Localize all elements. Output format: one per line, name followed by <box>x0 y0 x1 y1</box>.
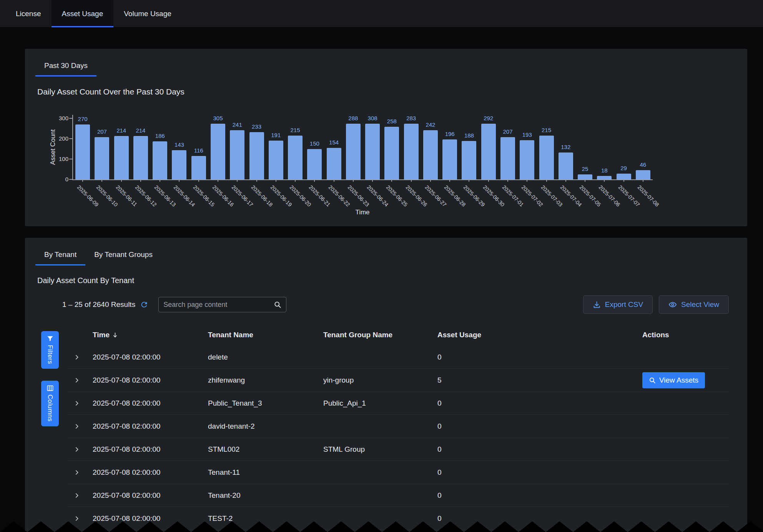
bar[interactable] <box>442 139 457 179</box>
bar[interactable] <box>462 141 476 179</box>
cell-tenant-name: david-tenant-2 <box>208 422 323 431</box>
column-header-time[interactable]: Time <box>93 331 208 339</box>
bar[interactable] <box>230 130 244 179</box>
table-row[interactable]: 2025-07-08 02:00:00 delete 0 <box>68 346 729 369</box>
bar[interactable] <box>520 140 534 179</box>
bar[interactable] <box>500 137 515 179</box>
bar[interactable] <box>269 141 283 179</box>
bar[interactable] <box>153 141 167 179</box>
bar[interactable] <box>578 174 592 179</box>
y-tick-label: 200 <box>46 135 68 142</box>
bar[interactable] <box>133 136 148 179</box>
bar[interactable] <box>249 132 264 180</box>
bar[interactable] <box>346 124 361 179</box>
bar[interactable] <box>481 124 496 179</box>
column-header-asset-usage[interactable]: Asset Usage <box>437 331 642 339</box>
table-row[interactable]: 2025-07-08 02:00:00 Public_Tenant_3 Publ… <box>68 392 729 415</box>
filter-funnel-icon <box>47 335 54 342</box>
cell-tenant-name: Public_Tenant_3 <box>208 399 323 408</box>
bar-value-label: 270 <box>78 116 88 123</box>
bar-slot: 2412025-06-17 <box>228 115 247 179</box>
bar-value-label: 188 <box>464 132 474 139</box>
table-row[interactable]: 2025-07-08 02:00:00 zhifenwang yin-group… <box>68 369 729 392</box>
chevron-right-icon[interactable] <box>73 469 80 476</box>
bar[interactable] <box>211 124 225 179</box>
bar[interactable] <box>288 136 303 179</box>
bar[interactable] <box>95 137 109 179</box>
bar[interactable] <box>617 174 631 179</box>
tab-by-tenant[interactable]: By Tenant <box>35 250 85 265</box>
table-row[interactable]: 2025-07-08 02:00:00 Tenant-11 0 <box>68 461 729 484</box>
chevron-right-icon[interactable] <box>73 354 80 361</box>
table-row[interactable]: 2025-07-08 02:00:00 STML002 STML Group 0 <box>68 438 729 461</box>
chevron-right-icon[interactable] <box>73 492 80 499</box>
table-row[interactable]: 2025-07-08 02:00:00 david-tenant-2 0 <box>68 415 729 438</box>
chevron-right-icon[interactable] <box>73 515 80 522</box>
row-expander-cell <box>68 423 93 430</box>
cell-tenant-group-name: yin-group <box>323 376 437 384</box>
search-input[interactable] <box>163 301 274 309</box>
column-header-tenant-name[interactable]: Tenant Name <box>208 331 323 339</box>
bar-slot: 2922025-06-30 <box>479 115 498 179</box>
columns-label: Columns <box>46 394 54 422</box>
bar-value-label: 292 <box>484 115 493 122</box>
bar[interactable] <box>423 130 438 179</box>
table-toolbar: 1 – 25 of 2640 Results Export CSV Select… <box>25 295 747 314</box>
bar[interactable] <box>75 124 90 179</box>
cell-time: 2025-07-08 02:00:00 <box>93 422 208 431</box>
chevron-right-icon[interactable] <box>73 423 80 430</box>
bar[interactable] <box>404 124 419 179</box>
chevron-right-icon[interactable] <box>73 400 80 407</box>
bar[interactable] <box>597 176 612 180</box>
results-count: 1 – 25 of 2640 Results <box>62 300 135 309</box>
tab-volume-usage[interactable]: Volume Usage <box>113 0 182 27</box>
bar[interactable] <box>327 148 341 179</box>
table-header-row: Time Tenant Name Tenant Group Name Asset… <box>68 324 729 346</box>
column-header-tenant-group-name[interactable]: Tenant Group Name <box>323 331 437 339</box>
view-assets-button[interactable]: View Assets <box>642 372 705 388</box>
bar-value-label: 143 <box>175 141 184 148</box>
bar-slot: 2152025-07-03 <box>537 115 556 179</box>
bar-slot: 252025-07-05 <box>575 115 595 179</box>
filters-button[interactable]: Filters <box>41 331 59 369</box>
export-csv-button[interactable]: Export CSV <box>583 295 653 314</box>
asset-usage-table-card: By Tenant By Tenant Groups Daily Asset C… <box>25 238 747 532</box>
bar[interactable] <box>636 170 650 179</box>
select-view-button[interactable]: Select View <box>659 295 729 314</box>
search-icon[interactable] <box>274 301 281 308</box>
bar-slot: 2152025-06-20 <box>286 115 305 179</box>
bar[interactable] <box>384 127 399 179</box>
table-title: Daily Asset Count By Tenant <box>37 276 747 285</box>
cell-time: 2025-07-08 02:00:00 <box>93 468 208 477</box>
bar-slot: 1432025-06-14 <box>170 115 189 179</box>
bar[interactable] <box>559 152 573 179</box>
search-box[interactable] <box>158 297 286 312</box>
tab-by-tenant-groups[interactable]: By Tenant Groups <box>85 250 161 265</box>
y-tick-label: 0 <box>46 176 68 183</box>
cell-asset-usage: 5 <box>437 376 642 384</box>
top-tab-bar: License Asset Usage Volume Usage <box>0 0 763 28</box>
bar[interactable] <box>539 136 554 179</box>
bar[interactable] <box>114 136 129 179</box>
row-expander-cell <box>68 515 93 522</box>
bar[interactable] <box>365 124 380 179</box>
bar[interactable] <box>172 150 186 179</box>
table-row[interactable]: 2025-07-08 02:00:00 Tenant-20 0 <box>68 484 729 507</box>
columns-button[interactable]: Columns <box>41 381 59 426</box>
tab-past-30-days[interactable]: Past 30 Days <box>35 61 96 76</box>
cell-time: 2025-07-08 02:00:00 <box>93 376 208 384</box>
bar[interactable] <box>191 156 206 180</box>
chevron-right-icon[interactable] <box>73 446 80 453</box>
tab-license[interactable]: License <box>5 0 52 27</box>
tab-asset-usage[interactable]: Asset Usage <box>52 0 114 27</box>
chart-card-tabs: Past 30 Days <box>25 49 747 76</box>
chevron-right-icon[interactable] <box>73 377 80 384</box>
search-icon <box>649 377 656 384</box>
export-csv-label: Export CSV <box>605 300 643 309</box>
download-icon <box>593 301 601 309</box>
bar[interactable] <box>307 149 322 180</box>
table-card-tabs: By Tenant By Tenant Groups <box>25 238 747 265</box>
refresh-button[interactable] <box>140 300 148 309</box>
torn-edge-decoration <box>0 521 763 532</box>
y-axis-ticks: 0100200300 <box>46 115 68 179</box>
